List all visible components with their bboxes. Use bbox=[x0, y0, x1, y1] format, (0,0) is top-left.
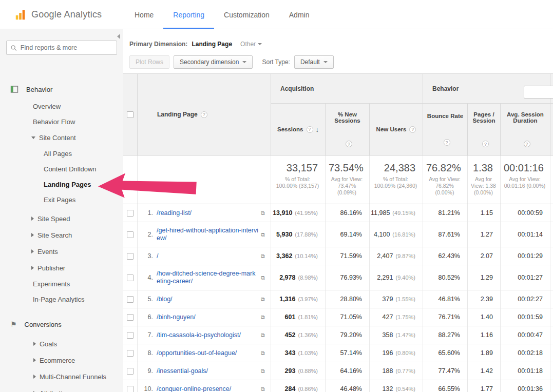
sessions-value: 452 bbox=[285, 331, 296, 339]
landing-page-link[interactable]: / bbox=[157, 252, 258, 260]
external-link-icon[interactable]: ⧉ bbox=[258, 350, 268, 357]
landing-page-link[interactable]: /conquer-online-presence/ bbox=[157, 385, 258, 392]
column-header-landing-page[interactable]: Landing Page ? bbox=[138, 74, 271, 155]
help-icon[interactable]: ? bbox=[409, 126, 416, 133]
help-icon[interactable]: ? bbox=[307, 126, 313, 133]
landing-page-link[interactable]: /blog/ bbox=[157, 296, 258, 303]
secondary-dimension-button[interactable]: Secondary dimension bbox=[174, 55, 253, 69]
bounce-rate-cell: 88.27% bbox=[423, 326, 468, 344]
external-link-icon[interactable]: ⧉ bbox=[258, 368, 268, 375]
sidebar-item-label: Landing Pages bbox=[44, 181, 91, 188]
external-link-icon[interactable]: ⧉ bbox=[258, 314, 268, 321]
landing-page-link[interactable]: /how-ditched-science-degree-marketing-ca… bbox=[157, 270, 258, 285]
google-analytics-logo[interactable]: Google Analytics bbox=[14, 0, 102, 29]
table-filter-input[interactable] bbox=[524, 86, 553, 99]
nav-tab-home[interactable]: Home bbox=[125, 0, 163, 29]
nav-tab-reporting[interactable]: Reporting bbox=[163, 0, 214, 29]
column-header-pages-session[interactable]: Pages / Session ? bbox=[468, 104, 501, 155]
external-link-icon[interactable]: ⧉ bbox=[258, 332, 268, 339]
sessions-percent: (1.36%) bbox=[298, 332, 318, 338]
landing-page-link[interactable]: /get-hired-without-application-interview… bbox=[157, 227, 258, 242]
sessions-percent: (41.95%) bbox=[295, 210, 318, 216]
sidebar-item-ecommerce[interactable]: Ecommerce bbox=[0, 352, 123, 368]
flag-icon: ⚑ bbox=[10, 321, 17, 328]
sidebar-item-site-speed[interactable]: Site Speed bbox=[0, 210, 123, 227]
landing-page-link[interactable]: /opportunities-out-of-league/ bbox=[157, 349, 258, 357]
sidebar-search-box[interactable] bbox=[6, 41, 117, 55]
nav-tab-admin[interactable]: Admin bbox=[279, 0, 319, 29]
sidebar-item-in-page-analytics[interactable]: In-Page Analytics bbox=[0, 291, 123, 307]
sidebar-item-behavior-flow[interactable]: Behavior Flow bbox=[0, 114, 123, 129]
external-link-icon[interactable]: ⧉ bbox=[258, 231, 268, 238]
sidebar-item-events[interactable]: Events bbox=[0, 243, 123, 260]
landing-page-link[interactable]: /inessential-goals/ bbox=[157, 367, 258, 375]
column-header-new-sessions[interactable]: % New Sessions ? bbox=[326, 104, 370, 155]
new-users-percent: (1.55%) bbox=[395, 296, 415, 302]
other-dimension-dropdown[interactable]: Other bbox=[240, 41, 262, 48]
landing-page-link[interactable]: /binh-nguyen/ bbox=[157, 313, 258, 321]
external-link-icon[interactable]: ⧉ bbox=[258, 275, 268, 281]
sidebar-item-publisher[interactable]: Publisher bbox=[0, 260, 123, 276]
sidebar-item-site-search[interactable]: Site Search bbox=[0, 227, 123, 243]
sidebar-item-multi-channel-funnels[interactable]: Multi-Channel Funnels bbox=[0, 368, 123, 385]
new-users-percent: (49.15%) bbox=[392, 210, 415, 216]
sidebar-item-landing-pages[interactable]: Landing Pages bbox=[0, 177, 123, 192]
new-sessions-value: 76.93% bbox=[340, 274, 362, 281]
row-checkbox[interactable] bbox=[127, 296, 134, 303]
sidebar-item-conversions[interactable]: ⚑ Conversions bbox=[0, 315, 123, 334]
table-body: 1. /reading-list/ ⧉ 13,910 (41.95%) 86.1… bbox=[123, 204, 553, 392]
row-checkbox[interactable] bbox=[127, 314, 134, 321]
external-link-icon[interactable]: ⧉ bbox=[258, 253, 268, 260]
row-checkbox[interactable] bbox=[127, 210, 134, 217]
sidebar-search-input[interactable] bbox=[21, 44, 112, 51]
row-checkbox[interactable] bbox=[127, 368, 134, 375]
plot-rows-button[interactable]: Plot Rows bbox=[129, 55, 169, 69]
row-checkbox[interactable] bbox=[127, 332, 134, 339]
cut-cell bbox=[550, 222, 553, 247]
external-link-icon[interactable]: ⧉ bbox=[258, 210, 268, 217]
help-icon[interactable]: ? bbox=[482, 141, 489, 147]
sidebar-item-all-pages[interactable]: All Pages bbox=[0, 146, 123, 161]
help-icon[interactable]: ? bbox=[444, 139, 450, 146]
sort-desc-icon[interactable]: ↓ bbox=[316, 126, 319, 133]
row-checkbox[interactable] bbox=[127, 231, 134, 238]
row-number: 1. bbox=[138, 209, 153, 217]
sidebar-item-goals[interactable]: Goals bbox=[0, 336, 123, 352]
help-icon[interactable]: ? bbox=[346, 141, 352, 147]
help-icon[interactable]: ? bbox=[201, 111, 207, 118]
sidebar-item-site-content[interactable]: Site Content bbox=[0, 129, 123, 146]
landing-page-link[interactable]: /reading-list/ bbox=[157, 209, 258, 217]
pages-session-cell: 1.40 bbox=[468, 308, 501, 326]
summary-bounce-rate: 76.82% Avg for View: 76.82% (0.00%) bbox=[423, 155, 468, 204]
sidebar-item-experiments[interactable]: Experiments bbox=[0, 276, 123, 291]
nav-tab-customization[interactable]: Customization bbox=[214, 0, 279, 29]
row-checkbox[interactable] bbox=[127, 386, 134, 392]
landing-page-link[interactable]: /tim-casasola-io-psychologist/ bbox=[157, 331, 258, 339]
sidebar-item-behavior[interactable]: Behavior bbox=[0, 80, 123, 99]
sidebar-item-exit-pages[interactable]: Exit Pages bbox=[0, 192, 123, 207]
sidebar-item-content-drilldown[interactable]: Content Drilldown bbox=[0, 161, 123, 177]
sidebar-item-label: Ecommerce bbox=[40, 357, 75, 364]
row-checkbox[interactable] bbox=[127, 350, 134, 357]
column-header-new-users[interactable]: New Users ? bbox=[370, 104, 423, 155]
help-icon[interactable]: ? bbox=[524, 141, 530, 147]
column-header-sessions[interactable]: Sessions ? ↓ bbox=[271, 104, 326, 155]
primary-dimension-value[interactable]: Landing Page bbox=[192, 41, 232, 48]
summary-subtext: % of Total: 100.00% (33,157) bbox=[274, 176, 321, 189]
sidebar-item-overview[interactable]: Overview bbox=[0, 99, 123, 114]
new-sessions-cell: 64.16% bbox=[326, 362, 370, 380]
sidebar-collapse-button[interactable] bbox=[115, 32, 122, 41]
external-link-icon[interactable]: ⧉ bbox=[258, 386, 268, 392]
row-checkbox[interactable] bbox=[127, 253, 134, 260]
new-users-value: 379 bbox=[383, 296, 393, 303]
chevron-left-icon bbox=[117, 34, 120, 39]
landing-page-cell: 8. /opportunities-out-of-league/ ⧉ bbox=[138, 344, 271, 362]
select-all-checkbox[interactable] bbox=[127, 111, 134, 118]
column-header-bounce-rate[interactable]: Bounce Rate ? bbox=[423, 104, 468, 155]
sort-type-button[interactable]: Default bbox=[294, 55, 334, 69]
external-link-icon[interactable]: ⧉ bbox=[258, 296, 268, 303]
table-row: 10. /conquer-online-presence/ ⧉ 284 (0.8… bbox=[123, 380, 553, 392]
sidebar-item-attribution[interactable]: Attribution bbox=[0, 385, 123, 392]
row-checkbox[interactable] bbox=[127, 275, 134, 281]
column-header-avg-session-duration[interactable]: Avg. Session Duration ? bbox=[501, 104, 550, 155]
